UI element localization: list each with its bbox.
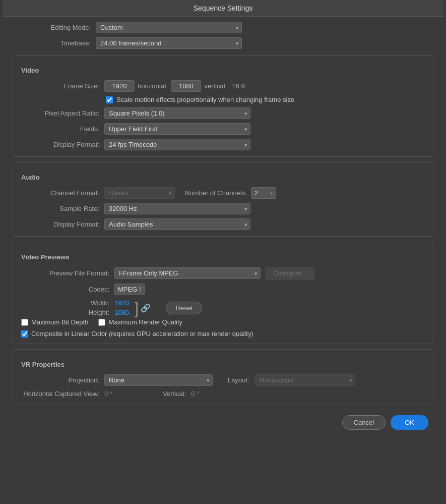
max-render-quality-label: Maximum Render Quality: [108, 318, 182, 326]
video-display-format-select[interactable]: 24 fps Timecode: [104, 139, 250, 150]
codec-label: Codec:: [21, 286, 109, 293]
aspect-ratio: 16:9: [232, 82, 245, 90]
num-channels-label: Number of Channels:: [185, 189, 247, 197]
composite-label: Composite in Linear Color (requires GPU …: [31, 330, 253, 338]
preview-format-select[interactable]: I-Frame Only MPEG: [114, 267, 261, 279]
width-row: Width: 1920: [21, 299, 129, 307]
configure-button[interactable]: Configure...: [266, 267, 314, 279]
video-section-header: Video: [21, 67, 425, 76]
channel-format-row: Channel Format: Stereo Number of Channel…: [21, 187, 425, 199]
video-section: Video Frame Size: 1920 horizontal 1080 v…: [13, 55, 433, 157]
projection-select[interactable]: None: [104, 374, 213, 386]
layout-select-wrapper[interactable]: Monoscopic: [254, 374, 355, 386]
scale-checkbox-label: Scale motion effects proportionally when…: [116, 96, 294, 103]
fields-row: Fields: Upper Field First: [21, 123, 425, 135]
max-bit-depth-label: Maximum Bit Depth: [31, 318, 88, 326]
sample-rate-label: Sample Rate:: [21, 205, 99, 212]
captured-view-row: Horizontal Captured View: 0 ° Vertical: …: [21, 390, 425, 398]
audio-section: Audio Channel Format: Stereo Number of C…: [13, 162, 433, 237]
audio-display-format-label: Display Format:: [21, 220, 99, 228]
channel-format-select[interactable]: Stereo: [104, 187, 175, 199]
audio-display-format-select-wrapper[interactable]: Audio Samples: [104, 218, 250, 230]
h-captured-label: Horizontal Captured View:: [21, 390, 99, 398]
scale-checkbox-row: Scale motion effects proportionally when…: [106, 96, 425, 103]
audio-display-format-row: Display Format: Audio Samples: [21, 218, 425, 230]
width-label: Width:: [21, 299, 109, 307]
video-previews-header: Video Previews: [21, 253, 425, 263]
timebase-label: Timebase:: [13, 39, 91, 47]
preview-checkboxes-row: Maximum Bit Depth Maximum Render Quality: [21, 318, 425, 326]
max-render-quality-checkbox[interactable]: [98, 319, 105, 326]
channel-format-select-wrapper[interactable]: Stereo: [104, 187, 175, 199]
max-bit-depth-checkbox[interactable]: [21, 319, 28, 326]
max-render-quality-container: Maximum Render Quality: [98, 318, 182, 326]
dialog-title: Sequence Settings: [3, 0, 443, 17]
scale-checkbox[interactable]: [106, 96, 113, 103]
video-previews-section: Video Previews Preview File Format: I-Fr…: [13, 242, 433, 344]
audio-section-header: Audio: [21, 174, 425, 183]
preview-format-row: Preview File Format: I-Frame Only MPEG C…: [21, 267, 425, 279]
codec-row: Codec: MPEG I-Frame: [21, 284, 425, 295]
num-channels-container: Number of Channels: 2: [185, 187, 276, 199]
pixel-aspect-select[interactable]: Square Pixels (1.0): [104, 107, 250, 119]
fields-select[interactable]: Upper Field First: [104, 123, 250, 135]
pixel-aspect-row: Pixel Aspect Ratio: Square Pixels (1.0): [21, 107, 425, 119]
frame-size-row: Frame Size: 1920 horizontal 1080 vertica…: [21, 80, 425, 92]
max-bit-depth-container: Maximum Bit Depth: [21, 318, 88, 326]
fields-label: Fields:: [21, 125, 99, 133]
title-text: Sequence Settings: [194, 4, 253, 12]
ok-button[interactable]: OK: [391, 415, 428, 430]
num-channels-select-wrapper[interactable]: 2: [251, 187, 276, 199]
link-icon: 🔗: [141, 303, 151, 313]
projection-row: Projection: None Layout: Monoscopic: [21, 374, 425, 386]
sample-rate-select-wrapper[interactable]: 32000 Hz: [104, 203, 250, 214]
height-row: Height: 1080: [21, 309, 129, 316]
pixel-aspect-label: Pixel Aspect Ratio:: [21, 109, 99, 117]
bottom-buttons-row: Cancel OK: [13, 409, 433, 438]
codec-input: MPEG I-Frame: [114, 284, 145, 295]
vr-section: VR Properties Projection: None Layout: M…: [13, 349, 433, 404]
video-display-format-select-wrapper[interactable]: 24 fps Timecode: [104, 139, 250, 150]
timebase-select-wrapper[interactable]: 24.00 frames/second: [96, 37, 242, 49]
pixel-aspect-select-wrapper[interactable]: Square Pixels (1.0): [104, 107, 250, 119]
layout-select[interactable]: Monoscopic: [254, 374, 355, 386]
sample-rate-row: Sample Rate: 32000 Hz: [21, 203, 425, 214]
editing-mode-label: Editing Mode:: [13, 24, 91, 31]
horizontal-label: horizontal: [138, 82, 166, 90]
sequence-settings-dialog: Sequence Settings Editing Mode: Custom T…: [3, 0, 443, 443]
vr-vertical-label: Vertical:: [163, 390, 186, 398]
video-display-format-label: Display Format:: [21, 141, 99, 148]
sample-rate-select[interactable]: 32000 Hz: [104, 203, 250, 214]
reset-button[interactable]: Reset: [166, 302, 202, 314]
video-display-format-row: Display Format: 24 fps Timecode: [21, 139, 425, 150]
width-value: 1920: [114, 299, 129, 307]
composite-checkbox-row: Composite in Linear Color (requires GPU …: [21, 330, 425, 338]
vr-section-header: VR Properties: [21, 361, 425, 370]
height-value: 1080: [114, 309, 129, 316]
frame-size-label: Frame Size:: [21, 82, 99, 90]
fields-select-wrapper[interactable]: Upper Field First: [104, 123, 250, 135]
editing-mode-select[interactable]: Custom: [96, 22, 242, 33]
preview-format-select-wrapper[interactable]: I-Frame Only MPEG: [114, 267, 261, 279]
preview-format-label: Preview File Format:: [21, 269, 109, 277]
editing-mode-select-wrapper[interactable]: Custom: [96, 22, 242, 33]
bracket-icon: ]: [134, 299, 139, 316]
vertical-label: vertical: [204, 82, 225, 90]
projection-select-wrapper[interactable]: None: [104, 374, 213, 386]
vr-vertical-value: 0 °: [191, 390, 199, 398]
h-captured-value: 0 °: [104, 390, 112, 398]
timebase-select[interactable]: 24.00 frames/second: [96, 37, 242, 49]
codec-select-wrapper: MPEG I-Frame: [114, 284, 145, 295]
composite-checkbox[interactable]: [21, 330, 28, 338]
cancel-button[interactable]: Cancel: [342, 415, 386, 430]
num-channels-select[interactable]: 2: [251, 187, 276, 199]
channel-format-label: Channel Format:: [21, 189, 99, 197]
layout-label: Layout:: [228, 376, 249, 384]
height-label: Height:: [21, 309, 109, 316]
frame-height-input[interactable]: 1080: [171, 80, 201, 92]
audio-display-format-select[interactable]: Audio Samples: [104, 218, 250, 230]
projection-label: Projection:: [21, 376, 99, 384]
frame-width-input[interactable]: 1920: [104, 80, 135, 92]
